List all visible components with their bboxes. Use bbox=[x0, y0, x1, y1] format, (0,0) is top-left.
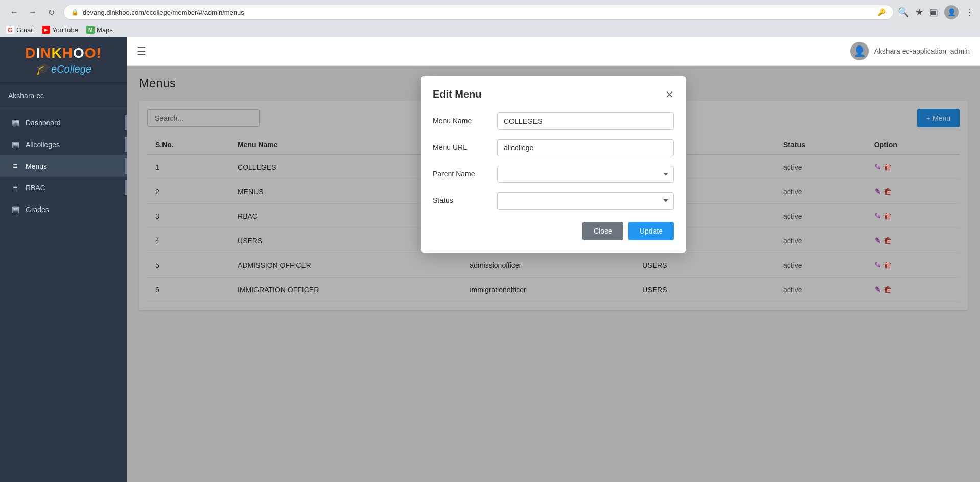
parent-name-label: Parent Name bbox=[433, 166, 489, 178]
admin-name: Akshara ec-application_admin bbox=[874, 47, 970, 55]
grades-icon: ▤ bbox=[10, 204, 20, 214]
main-content: ☰ 👤 Akshara ec-application_admin Menus +… bbox=[127, 37, 980, 482]
bookmark-gmail[interactable]: G Gmail bbox=[6, 26, 34, 34]
bookmark-youtube[interactable]: ▶ YouTube bbox=[42, 26, 78, 34]
modal-footer: Close Update bbox=[433, 222, 674, 240]
edit-menu-modal: Edit Menu ✕ Menu Name Menu URL Parent Na… bbox=[421, 76, 686, 253]
sidebar-item-label: Allcolleges bbox=[26, 141, 60, 149]
sidebar-logo: DINKHOO! 🎓 eCollege bbox=[0, 37, 127, 84]
allcolleges-icon: ▤ bbox=[10, 140, 20, 149]
sidebar-item-label: Dashboard bbox=[26, 119, 61, 127]
sidebar-username: Akshara ec bbox=[8, 91, 44, 100]
menu-dots-icon[interactable]: ⋮ bbox=[965, 7, 974, 18]
reload-button[interactable]: ↻ bbox=[43, 4, 59, 20]
sidebar-item-allcolleges[interactable]: ▤ Allcolleges bbox=[0, 133, 127, 155]
menu-url-group: Menu URL bbox=[433, 139, 674, 156]
maps-icon: M bbox=[86, 26, 95, 34]
bookmark-icon[interactable]: ★ bbox=[915, 7, 923, 18]
gmail-label: Gmail bbox=[16, 26, 34, 34]
sidebar-item-grades[interactable]: ▤ Grades bbox=[0, 198, 127, 220]
forward-button[interactable]: → bbox=[25, 4, 41, 20]
browser-icons: 🔍 ★ ▣ 👤 ⋮ bbox=[898, 5, 974, 19]
modal-header: Edit Menu ✕ bbox=[433, 88, 674, 100]
gmail-icon: G bbox=[6, 26, 14, 34]
url-text: devang.dinkhoo.com/ecollege/member/#/adm… bbox=[83, 9, 873, 16]
back-button[interactable]: ← bbox=[6, 4, 22, 20]
address-bar[interactable]: 🔒 devang.dinkhoo.com/ecollege/member/#/a… bbox=[63, 5, 894, 20]
sidebar: DINKHOO! 🎓 eCollege Akshara ec ▦ Dashboa… bbox=[0, 37, 127, 482]
hamburger-button[interactable]: ☰ bbox=[137, 45, 146, 57]
sidebar-item-label: Grades bbox=[26, 205, 49, 214]
browser-chrome: ← → ↻ 🔒 devang.dinkhoo.com/ecollege/memb… bbox=[0, 0, 980, 37]
menu-name-input[interactable] bbox=[497, 112, 674, 130]
parent-name-group: Parent Name USERS bbox=[433, 166, 674, 183]
bookmarks-bar: G Gmail ▶ YouTube M Maps bbox=[6, 24, 974, 37]
modal-close-button[interactable]: ✕ bbox=[665, 89, 674, 100]
sidebar-item-label: RBAC bbox=[26, 183, 45, 192]
sidebar-item-label: Menus bbox=[26, 162, 47, 170]
sidebar-nav: ▦ Dashboard ▤ Allcolleges ≡ Menus ≡ RBAC… bbox=[0, 107, 127, 482]
parent-name-select[interactable]: USERS bbox=[497, 166, 674, 183]
dashboard-icon: ▦ bbox=[10, 118, 20, 127]
page-content: Menus + Menu S.No. Menu Name Menu URL Pa… bbox=[127, 66, 980, 482]
search-icon[interactable]: 🔍 bbox=[898, 7, 909, 18]
nav-buttons: ← → ↻ bbox=[6, 4, 59, 20]
menu-url-input[interactable] bbox=[497, 139, 674, 156]
youtube-label: YouTube bbox=[52, 26, 78, 34]
logo-dinkhoo: DINKHOO! bbox=[8, 45, 119, 61]
menu-url-label: Menu URL bbox=[433, 139, 489, 151]
bookmark-maps[interactable]: M Maps bbox=[86, 26, 113, 34]
sidebar-toggle-icon[interactable]: ▣ bbox=[929, 7, 938, 18]
status-select[interactable]: active inactive bbox=[497, 192, 674, 210]
user-avatar[interactable]: 👤 bbox=[944, 5, 959, 19]
modal-title: Edit Menu bbox=[433, 88, 482, 100]
modal-overlay: Edit Menu ✕ Menu Name Menu URL Parent Na… bbox=[127, 66, 980, 482]
youtube-icon: ▶ bbox=[42, 26, 50, 34]
sidebar-user: Akshara ec bbox=[0, 84, 127, 107]
status-label: Status bbox=[433, 192, 489, 204]
status-group: Status active inactive bbox=[433, 192, 674, 210]
logo-ecollege: 🎓 eCollege bbox=[8, 62, 119, 76]
maps-label: Maps bbox=[97, 26, 113, 34]
sidebar-item-rbac[interactable]: ≡ RBAC bbox=[0, 177, 127, 198]
update-button[interactable]: Update bbox=[628, 222, 674, 240]
rbac-icon: ≡ bbox=[10, 183, 20, 192]
key-icon: 🔑 bbox=[877, 8, 886, 16]
app-container: DINKHOO! 🎓 eCollege Akshara ec ▦ Dashboa… bbox=[0, 37, 980, 482]
menu-name-label: Menu Name bbox=[433, 112, 489, 125]
menu-name-group: Menu Name bbox=[433, 112, 674, 130]
close-modal-button[interactable]: Close bbox=[582, 222, 623, 240]
admin-avatar: 👤 bbox=[850, 42, 869, 60]
top-bar: ☰ 👤 Akshara ec-application_admin bbox=[127, 37, 980, 66]
sidebar-item-menus[interactable]: ≡ Menus bbox=[0, 155, 127, 177]
menus-icon: ≡ bbox=[10, 162, 20, 171]
security-icon: 🔒 bbox=[71, 9, 79, 16]
sidebar-item-dashboard[interactable]: ▦ Dashboard bbox=[0, 111, 127, 133]
top-bar-right: 👤 Akshara ec-application_admin bbox=[850, 42, 970, 60]
graduation-hat-icon: 🎓 bbox=[35, 62, 49, 76]
